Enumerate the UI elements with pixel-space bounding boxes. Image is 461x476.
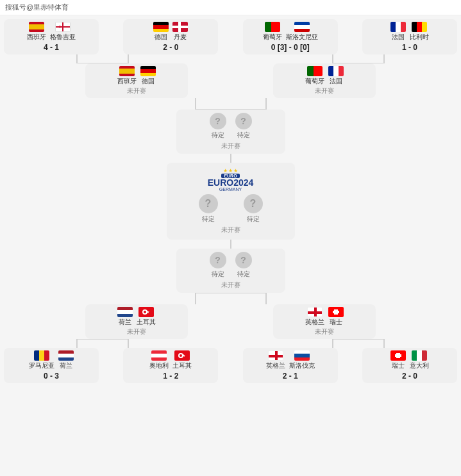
score-r16-1: 4 - 1 [8, 43, 95, 52]
qf-match-3: 荷兰 ★ 土耳其 未开赛 [85, 304, 188, 339]
r16-match-4: 法国 比利时 1 - 0 [362, 19, 457, 54]
flag-be-1 [412, 22, 427, 32]
team-name-en-1: 英格兰 [266, 361, 285, 370]
r16-match-2: 德国 丹麦 2 - 0 [123, 19, 218, 54]
status-qf-2: 未开赛 [277, 86, 372, 95]
conn-r16-qf-left [51, 54, 154, 63]
qf-match-4: 英格兰 瑞士 未开赛 [273, 304, 376, 339]
flag-ge-ka-1: ✚ [55, 22, 71, 32]
flag-es-1 [29, 22, 44, 32]
flag-si-1 [294, 22, 310, 32]
flag-it-1 [412, 350, 427, 361]
status-sf-bot: 未开赛 [183, 281, 279, 290]
status-qf-1: 未开赛 [89, 86, 184, 95]
status-qf-4: 未开赛 [277, 327, 372, 336]
flag-de-qf [140, 66, 156, 76]
flag-nl-qf [117, 307, 133, 317]
pending-label-final-1: 待定 [202, 215, 215, 224]
flag-en-qf [307, 307, 323, 317]
team-name-ch-qf: 瑞士 [330, 318, 342, 327]
flag-nl-1 [58, 350, 74, 361]
team-name-ro-1: 罗马尼亚 [29, 361, 54, 370]
flag-en-1 [268, 350, 283, 361]
bracket-full: 西班牙 ✚ 格鲁吉亚 4 - 1 [4, 19, 457, 383]
euro-location: GERMANY [219, 187, 242, 192]
team-name-sk-1: 斯洛伐克 [289, 361, 315, 370]
pending-icon-final-1: ? [199, 194, 218, 213]
flag-ro-1 [34, 350, 49, 361]
pending-label-sf-bot-2: 待定 [237, 270, 250, 279]
status-qf-3: 未开赛 [89, 327, 184, 336]
flag-pt-1 [265, 22, 280, 32]
pending-label-sf-bot-1: 待定 [212, 270, 224, 279]
euro-year: EURO2024 [208, 178, 254, 187]
bracket-wrapper: 西班牙 ✚ 格鲁吉亚 4 - 1 [0, 15, 461, 387]
page-header: 搜狐号@里赤特体育 [0, 0, 461, 15]
pending-label-final-2: 待定 [247, 215, 260, 224]
sf-top-row: ? 待定 ? 待定 未开赛 [4, 110, 457, 154]
r16-match-1: 西班牙 ✚ 格鲁吉亚 4 - 1 [4, 19, 99, 54]
pending-label-sf-top-1: 待定 [212, 131, 224, 140]
team-name-be-1: 比利时 [410, 33, 429, 42]
score-r16-3: 0 [3] - 0 [0] [247, 43, 334, 52]
team-name-dk-1: 丹麦 [174, 33, 187, 42]
sf-match-bot: ? 待定 ? 待定 未开赛 [176, 249, 285, 293]
qf-match-1: 西班牙 德国 未开赛 [85, 63, 188, 98]
team-name-de-qf: 德国 [142, 77, 155, 86]
qf-top-row: 西班牙 德国 未开赛 葡萄牙 [4, 63, 457, 98]
score-r16-6: 1 - 2 [127, 372, 214, 381]
pending-icon-final-2: ? [244, 194, 263, 213]
conn-final-sf-bot [224, 240, 237, 249]
r16-match-8: 瑞士 意大利 2 - 0 [362, 348, 457, 383]
r16-match-3: 葡萄牙 斯洛文尼亚 0 [3] - 0 [0] [243, 19, 338, 54]
qf-match-2: 葡萄牙 法国 未开赛 [273, 63, 376, 98]
pending-icon-sf-top-2: ? [235, 113, 252, 129]
team-name-fr-1: 法国 [392, 33, 405, 42]
conn-qf-sf-top [135, 98, 327, 110]
flag-fr-qf [328, 66, 344, 76]
euro-logo: ★ ★ ★ EURO EURO2024 GERMANY [174, 168, 287, 192]
team-name-pt-qf: 葡萄牙 [305, 77, 324, 86]
pending-label-sf-top-2: 待定 [237, 131, 250, 140]
site-name: 搜狐号@里赤特体育 [5, 3, 69, 11]
r16-match-5: 罗马尼亚 荷兰 0 - 3 [4, 348, 99, 383]
conn-r16-qf-right [307, 54, 410, 63]
r16-match-6: 奥地利 ★ 土耳其 1 - 2 [123, 348, 218, 383]
euro-star-2: ★ [228, 168, 233, 174]
sf-match-top: ? 待定 ? 待定 未开赛 [176, 110, 285, 154]
team-name-en-qf: 英格兰 [305, 318, 324, 327]
sf-bot-row: ? 待定 ? 待定 未开赛 [4, 249, 457, 293]
qf-bot-row: 荷兰 ★ 土耳其 未开赛 [4, 304, 457, 339]
team-name-es-1: 西班牙 [27, 33, 46, 42]
euro-star-1: ★ [223, 168, 228, 174]
score-r16-5: 0 - 3 [8, 372, 95, 381]
team-name-it-1: 意大利 [410, 361, 429, 370]
score-r16-8: 2 - 0 [366, 372, 453, 381]
team-name-es-qf: 西班牙 [117, 77, 137, 86]
score-r16-2: 2 - 0 [127, 43, 214, 52]
flag-ch-qf [328, 307, 344, 317]
final-match: ★ ★ ★ EURO EURO2024 GERMANY ? 待定 [167, 163, 295, 240]
team-name-si-1: 斯洛文尼亚 [286, 33, 318, 42]
r16-match-7: 英格兰 斯洛伐克 2 - 1 [243, 348, 338, 383]
euro-star-3: ★ [233, 168, 238, 174]
conn-sf-final-top [224, 154, 237, 163]
conn-sf-qf-bot [135, 293, 327, 304]
pending-icon-sf-bot-1: ? [210, 252, 226, 268]
flag-tr-1: ★ [174, 350, 190, 361]
team-name-nl-1: 荷兰 [60, 361, 72, 370]
flag-de-1 [153, 22, 169, 32]
team-name-pt-1: 葡萄牙 [263, 33, 282, 42]
final-row: ★ ★ ★ EURO EURO2024 GERMANY ? 待定 [4, 163, 457, 240]
team-name-at-1: 奥地利 [149, 361, 169, 370]
team-name-tr-qf: 土耳其 [137, 318, 156, 327]
r16-top-row: 西班牙 ✚ 格鲁吉亚 4 - 1 [4, 19, 457, 54]
flag-es-qf [119, 66, 135, 76]
pending-icon-sf-bot-2: ? [235, 252, 252, 268]
flag-ch-1 [390, 350, 406, 361]
conn-qf-r16-left [51, 339, 154, 348]
flag-fr-1 [390, 22, 406, 32]
flag-at-1 [151, 350, 167, 361]
flag-tr-qf: ★ [138, 307, 154, 317]
flag-pt-qf [307, 66, 323, 76]
